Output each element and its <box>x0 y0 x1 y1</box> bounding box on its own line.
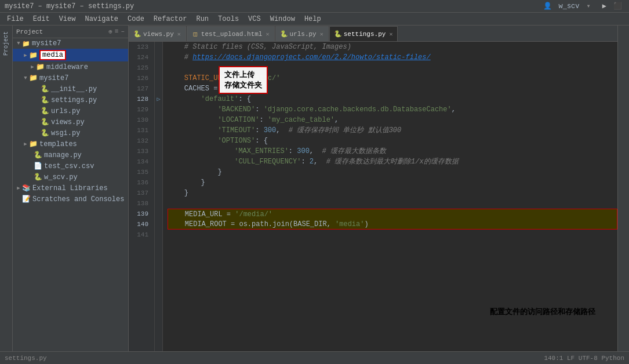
code-line-139: MEDIA_URL = '/media/' <box>168 209 617 219</box>
gutter-line <box>155 146 162 156</box>
menu-file[interactable]: File <box>2 13 28 25</box>
close-tab-icon[interactable]: ✕ <box>320 31 323 38</box>
tree-label: settings.py <box>51 96 97 104</box>
py-file-icon: 🐍 <box>41 96 49 104</box>
code-line-141 <box>168 230 617 240</box>
py-file-icon: 🐍 <box>34 173 42 181</box>
username-label: w_scv <box>559 2 580 10</box>
gutter-arrow: ▷ <box>155 94 162 104</box>
tree-item-urls[interactable]: ▶ 🐍 urls.py <box>13 105 128 117</box>
code-line-137: } <box>168 188 617 198</box>
code-line-129: 'BACKEND': 'django.core.cache.backends.d… <box>168 104 617 115</box>
gutter-line <box>155 188 162 198</box>
close-tab-icon[interactable]: ✕ <box>266 31 269 38</box>
csv-file-icon: 📄 <box>34 162 42 170</box>
tree-label: Scratches and Consoles <box>32 195 124 203</box>
lib-icon: 📚 <box>22 184 31 192</box>
tree-item-middleware[interactable]: ▶ 📁 middleware <box>13 61 128 72</box>
menu-tools[interactable]: Tools <box>213 13 243 25</box>
html-icon: ◫ <box>192 31 199 38</box>
project-tool-button[interactable]: Project <box>2 28 10 59</box>
tree-item-views[interactable]: ▶ 🐍 views.py <box>13 117 128 128</box>
folder-icon: 📁 <box>29 51 38 60</box>
gutter-line <box>155 115 162 125</box>
gutter: ▷ <box>155 42 163 351</box>
tree-label: templates <box>39 140 77 148</box>
menu-view[interactable]: View <box>54 13 81 25</box>
tree-item-mysite7-pkg[interactable]: ▼ 📁 mysite7 <box>13 72 128 83</box>
title-bar: mysite7 – mysite7 – settings.py 👤 w_scv … <box>0 0 629 13</box>
code-line-124: # https://docs.djangoproject.com/en/2.2/… <box>168 52 617 63</box>
file-tree: Project ⊕ ≡ – ▼ 📁 mysite7 ▶ 📁 media <box>13 26 129 351</box>
code-view[interactable]: 文件上传存储文件夹 配置文件的访问路径和存储路径 123 124 125 126… <box>129 42 617 351</box>
sidebar-header: Project ⊕ ≡ – <box>13 26 128 38</box>
tree-label: views.py <box>51 118 85 126</box>
menu-run[interactable]: Run <box>191 13 213 25</box>
arrow-icon: ▶ <box>22 141 29 148</box>
tab-views[interactable]: 🐍 views.py ✕ <box>129 26 186 41</box>
status-line-col: 140:1 LF UTF-8 Python <box>544 355 624 362</box>
gutter-line <box>155 198 162 209</box>
title-text: mysite7 – mysite7 – settings.py <box>5 2 134 10</box>
gutter-line <box>155 156 162 167</box>
folder-icon: 📁 <box>36 63 45 71</box>
tree-label: urls.py <box>51 107 80 115</box>
menu-navigate[interactable]: Navigate <box>80 13 123 25</box>
menu-window[interactable]: Window <box>266 13 300 25</box>
tab-settings[interactable]: 🐍 settings.py ✕ <box>329 26 398 41</box>
status-bar: settings.py 140:1 LF UTF-8 Python <box>0 351 629 364</box>
tree-label: mysite7 <box>39 74 68 82</box>
gutter-line <box>155 230 162 240</box>
sidebar-header-icons: ⊕ ≡ – <box>108 28 125 35</box>
code-line-123: # Static files (CSS, JavaScript, Images) <box>168 42 617 52</box>
gutter-line <box>155 219 162 230</box>
close-tab-icon[interactable]: ✕ <box>389 31 392 38</box>
py-icon: 🐍 <box>281 31 288 38</box>
code-content[interactable]: # Static files (CSS, JavaScript, Images)… <box>163 42 617 351</box>
tree-item-wsgi[interactable]: ▶ 🐍 wsgi.py <box>13 128 128 139</box>
tree-item-settings[interactable]: ▶ 🐍 settings.py <box>13 94 128 105</box>
py-icon: 🐍 <box>335 31 341 38</box>
tree-item-media[interactable]: ▶ 📁 media <box>13 49 128 61</box>
folder-icon: 📁 <box>29 140 38 148</box>
menu-help[interactable]: Help <box>300 13 326 25</box>
tree-item-scratches[interactable]: ▶ 📝 Scratches and Consoles <box>13 194 128 205</box>
line-numbers: 123 124 125 126 127 128 129 130 131 132 … <box>129 42 155 351</box>
menu-bar: File Edit View Navigate Code Refactor Ru… <box>0 13 629 26</box>
tree-item-manage[interactable]: ▶ 🐍 manage.py <box>13 150 128 161</box>
menu-vcs[interactable]: VCS <box>243 13 266 25</box>
tab-urls[interactable]: 🐍 urls.py ✕ <box>275 26 329 41</box>
tab-test-upload[interactable]: ◫ test_upload.html ✕ <box>187 26 275 41</box>
tab-label: views.py <box>143 31 174 38</box>
tab-label: test_upload.html <box>201 31 263 38</box>
py-file-icon: 🐍 <box>34 151 42 159</box>
right-panel <box>617 26 629 351</box>
sync-icon[interactable]: ⊕ <box>108 28 112 35</box>
scratch-icon: 📝 <box>22 195 31 203</box>
gutter-line <box>155 136 162 146</box>
tree-label: media <box>39 50 66 60</box>
tree-item-init[interactable]: ▶ 🐍 __init__.py <box>13 83 128 94</box>
close-tab-icon[interactable]: ✕ <box>177 31 181 38</box>
code-line-140: MEDIA_ROOT = os.path.join(BASE_DIR, 'med… <box>168 219 617 230</box>
tree-item-mysite7-root[interactable]: ▼ 📁 mysite7 <box>13 38 128 49</box>
settings-icon[interactable]: ≡ <box>115 28 119 35</box>
tree-item-templates[interactable]: ▶ 📁 templates <box>13 139 128 150</box>
tree-item-test-csv[interactable]: ▶ 📄 test_csv.csv <box>13 161 128 172</box>
collapse-icon[interactable]: – <box>121 28 125 35</box>
tree-label: External Libraries <box>32 184 108 192</box>
menu-refactor[interactable]: Refactor <box>149 13 192 25</box>
gutter-line <box>155 83 162 94</box>
tree-item-ext-libs[interactable]: ▶ 📚 External Libraries <box>13 183 128 194</box>
gutter-line <box>155 63 162 73</box>
tree-item-w-scv[interactable]: ▶ 🐍 w_scv.py <box>13 172 128 183</box>
menu-code[interactable]: Code <box>123 13 149 25</box>
py-file-icon: 🐍 <box>41 129 49 137</box>
gutter-line <box>155 125 162 136</box>
code-line-131: 'TIMEOUT': 300, # 缓存保存时间 单位秒 默认值300 <box>168 125 617 136</box>
code-line-135: } <box>168 167 617 177</box>
menu-edit[interactable]: Edit <box>28 13 54 25</box>
gutter-line <box>155 52 162 63</box>
py-file-icon: 🐍 <box>41 107 49 115</box>
ide-window: mysite7 – mysite7 – settings.py 👤 w_scv … <box>0 0 629 364</box>
